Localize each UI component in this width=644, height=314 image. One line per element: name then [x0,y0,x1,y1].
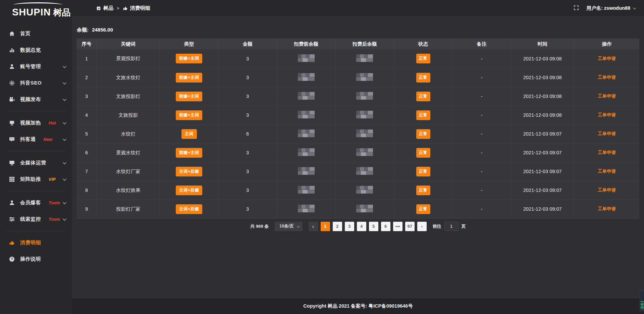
ticket-apply-link[interactable]: 工单申请 [598,206,616,211]
cell-balance-before [277,143,335,162]
cell-time: 2021-12-03 09:07 [511,181,574,200]
sidebar-item-douyin-seo[interactable]: 抖音SEO [0,75,72,91]
type-badge: 前缀+主词 [176,110,203,120]
fullscreen-icon[interactable] [574,5,579,12]
cell-balance-before [277,106,335,124]
sidebar-item-media-operation[interactable]: 全媒体运营 [0,155,72,171]
topbar: 树品 > 消费明细 用户名: zswodun88 [72,0,644,17]
sidebar-item-doukotong[interactable]: 抖客通 New [0,131,72,148]
page-button-3[interactable]: 3 [345,222,354,231]
type-badge: 主词+后缀 [176,204,203,214]
home-icon [9,31,15,37]
cell-balance-after [335,68,394,87]
sidebar-item-matrix-boost[interactable]: 矩阵助推 VIP [0,171,72,188]
cell-status: 正常 [394,68,452,87]
sidebar-item-home[interactable]: 首页 [0,25,72,42]
blurred-balance-after [356,167,373,175]
next-page-button[interactable]: › [417,222,427,231]
balance-label: 余额: [77,27,89,33]
user-menu[interactable]: 用户名: zswodun88 [586,5,635,11]
sidebar-item-expense-detail[interactable]: 消费明细 [0,234,72,251]
ticket-apply-link[interactable]: 工单申请 [598,94,616,99]
ticket-apply-link[interactable]: 工单申请 [598,112,616,117]
type-badge: 前缀+主词 [176,54,203,63]
ellipsis-button[interactable]: ••• [393,222,402,231]
table-header: 序号 关键词 类型 金额 扣费前余额 扣费后余额 状态 备注 时间 操作 [76,39,639,49]
cell-balance-after [335,106,394,124]
ticket-apply-link[interactable]: 工单申请 [598,56,616,61]
goto-page-input[interactable] [444,222,459,231]
status-badge: 正常 [416,54,430,63]
sidebar-item-operation-guide[interactable]: ? 操作说明 [0,251,72,267]
cell-status: 正常 [394,124,452,143]
table-body: 1 景观投影灯 前缀+主词 3 正常 - 2021-12-03 09:08 工单… [76,49,639,218]
vip-badge: VIP [49,177,56,182]
gear-icon [9,80,15,86]
blurred-balance-after [356,73,373,81]
cell-action: 工单申请 [574,124,639,143]
cell-status: 正常 [394,200,452,218]
sidebar-item-data-overview[interactable]: 数据总览 [0,42,72,58]
page-size-select[interactable]: 10条/页 [275,222,302,231]
cell-time: 2021-12-03 09:07 [511,124,574,143]
table-row: 9 投影灯厂家 主词+后缀 3 正常 - 2021-12-03 09:07 工单… [76,200,639,218]
ticket-apply-link[interactable]: 工单申请 [598,188,616,193]
type-badge: 主词+后缀 [176,186,203,195]
status-badge: 正常 [416,148,430,158]
cell-type: 主词+后缀 [160,200,218,218]
sidebar-menu: 首页 数据总览 账号管理 抖音SEO 视频发布 视频加热 Hot [0,25,72,267]
blurred-balance-before [298,73,315,81]
sidebar-divider [7,151,65,151]
cell-keyword: 文旅投影 [97,106,160,124]
table-row: 6 景观水纹灯 前缀+主词 3 正常 - 2021-12-03 09:07 工单… [76,143,639,162]
balance-value: 24856.00 [92,27,113,33]
tools-badge: Tools [49,217,60,222]
cell-note: - [452,181,511,200]
ticket-apply-link[interactable]: 工单申请 [598,131,616,136]
cell-amount: 3 [218,200,277,218]
prev-page-button[interactable]: ‹ [309,222,318,231]
page-button-2[interactable]: 2 [333,222,342,231]
ticket-apply-link[interactable]: 工单申请 [598,75,616,80]
cell-index: 6 [76,143,97,162]
sidebar-item-lead-monitor[interactable]: 线索监控 Tools [0,211,72,227]
page-button-1[interactable]: 1 [321,222,330,231]
cell-status: 正常 [394,162,452,181]
blurred-balance-after [356,205,373,212]
chevron-down-icon [63,217,66,220]
cell-amount: 3 [218,162,277,181]
cell-amount: 3 [218,87,277,106]
col-time: 时间 [511,39,574,49]
page-button-97[interactable]: 97 [405,222,415,231]
sidebar-item-video-publish[interactable]: 视频发布 [0,91,72,108]
table-row: 8 水纹灯效果 主词+后缀 3 正常 - 2021-12-03 09:07 工单… [76,181,639,200]
cell-balance-after [335,87,394,106]
sidebar-item-account-management[interactable]: 账号管理 [0,58,72,75]
col-note: 备注 [452,39,511,49]
page-button-4[interactable]: 4 [357,222,366,231]
breadcrumb-current[interactable]: 消费明细 [123,5,150,11]
page-button-5[interactable]: 5 [369,222,378,231]
breadcrumb-home[interactable]: 树品 [96,5,113,11]
table-row: 3 文旅投影灯 前缀+主词 3 正常 - 2021-12-03 09:08 工单… [76,87,639,106]
cell-index: 8 [76,181,97,200]
type-badge: 主词+后缀 [176,167,203,176]
page-button-6[interactable]: 6 [381,222,390,231]
cell-note: - [452,106,511,124]
brand-name-cn: 树品 [53,7,71,18]
cell-time: 2021-12-03 09:08 [511,106,574,124]
cell-action: 工单申请 [574,106,639,124]
chevron-down-icon [63,137,66,141]
cell-keyword: 水纹灯效果 [97,181,160,200]
ticket-apply-link[interactable]: 工单申请 [598,150,616,155]
cell-status: 正常 [394,49,452,68]
table-row: 7 水纹灯厂家 主词+后缀 3 正常 - 2021-12-03 09:07 工单… [76,162,639,181]
chevron-down-icon [297,225,300,227]
monitor-icon [9,160,15,166]
sidebar-item-member-burst[interactable]: 会员爆客 Tools [0,195,72,211]
cell-note: - [452,162,511,181]
blurred-balance-before [298,129,315,137]
sidebar-item-video-heat[interactable]: 视频加热 Hot [0,115,72,131]
ticket-apply-link[interactable]: 工单申请 [598,169,616,174]
cell-keyword: 景观水纹灯 [97,143,160,162]
